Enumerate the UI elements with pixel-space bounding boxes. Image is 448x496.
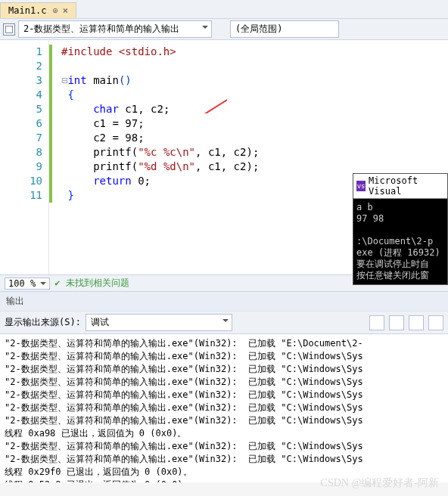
nav-icon[interactable] <box>3 23 15 36</box>
console-output: a b 97 98 :\Document\2-p exe (进程 16932) … <box>353 199 447 284</box>
chevron-down-icon <box>222 319 229 325</box>
chevron-down-icon <box>40 282 46 288</box>
tab-strip: Main1.c ⊕ × <box>0 0 448 19</box>
member-combo[interactable]: (全局范围) <box>230 20 339 38</box>
toolbar-button[interactable] <box>428 315 443 330</box>
dirty-indicator: ⊕ <box>53 5 58 16</box>
close-icon[interactable]: × <box>63 5 68 16</box>
line-number-gutter: 1234567891011 <box>0 40 49 274</box>
watermark: CSDN @编程爱好者-阿新 <box>321 476 439 490</box>
output-source-combo[interactable]: 调试 <box>86 314 233 331</box>
combo-text: 2-数据类型、运算符和简单的输入输出 <box>23 23 179 34</box>
scope-combo[interactable]: 2-数据类型、运算符和简单的输入输出 <box>18 20 212 38</box>
editor-tab[interactable]: Main1.c ⊕ × <box>0 2 76 18</box>
output-panel-title: 输出 <box>0 291 448 312</box>
toolbar-button[interactable] <box>409 315 424 330</box>
toolbar-button[interactable] <box>389 315 404 330</box>
vs-icon: vs <box>356 181 366 191</box>
chevron-down-icon <box>202 26 208 32</box>
scope-text: (全局范围) <box>235 23 282 34</box>
console-titlebar[interactable]: vs Microsoft Visual <box>353 174 447 199</box>
output-source-label: 显示输出来源(S): <box>5 316 81 329</box>
navigation-bar: 2-数据类型、运算符和简单的输入输出 (全局范围) <box>0 19 448 40</box>
tab-filename: Main1.c <box>8 5 47 16</box>
change-bar <box>49 45 52 203</box>
output-text[interactable]: "2-数据类型、运算符和简单的输入输出.exe"(Win32): 已加载 "E:… <box>0 334 448 482</box>
zoom-combo[interactable]: 100 % <box>5 277 50 290</box>
output-toolbar: 显示输出来源(S): 调试 <box>0 312 448 334</box>
issues-status[interactable]: ✔ 未找到相关问题 <box>54 277 129 290</box>
console-window[interactable]: vs Microsoft Visual a b 97 98 :\Document… <box>353 173 448 285</box>
toolbar-button[interactable] <box>369 315 384 330</box>
